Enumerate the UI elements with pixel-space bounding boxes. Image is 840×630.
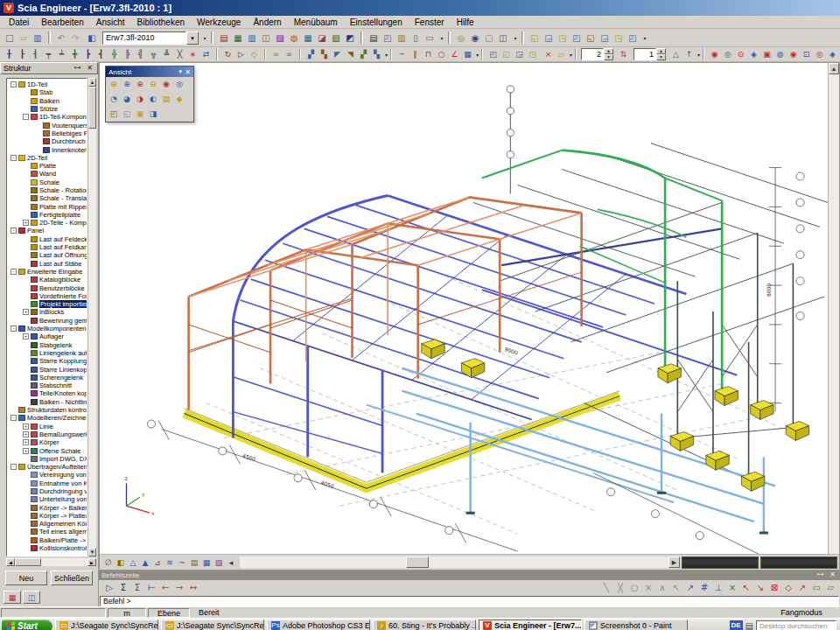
tree-expander-icon[interactable]: +	[23, 333, 29, 340]
tree-item[interactable]: Last auf Öffnungskant	[9, 251, 87, 259]
tree-item[interactable]: Last auf Stäbe	[9, 260, 87, 268]
tree-item[interactable]: Katalogblöcke	[9, 276, 87, 284]
rotate-tool-icon[interactable]: ◇	[248, 48, 261, 60]
command-input[interactable]: Befehl >	[100, 596, 839, 606]
tree-expander-icon[interactable]	[23, 488, 29, 494]
tree-expander-icon[interactable]	[23, 545, 29, 551]
print-tool-icon[interactable]: ▭	[423, 32, 437, 45]
zoom-tool-icon[interactable]: ◉	[160, 79, 172, 90]
tree-expander-icon[interactable]	[23, 252, 29, 258]
snap-mode-icon[interactable]: ↗	[683, 581, 697, 594]
selection-tool-icon[interactable]: Σ	[116, 581, 130, 594]
tree-item[interactable]: Platte	[9, 162, 87, 170]
tree-item[interactable]: Balken - Nichtlinearitä	[9, 398, 87, 406]
tree-item[interactable]: Schale	[9, 178, 87, 186]
snap-mode-icon[interactable]: ∧	[655, 581, 669, 594]
draw-tool-icon[interactable]: ○	[435, 48, 448, 60]
snap-mode-icon[interactable]: ⊠	[767, 581, 781, 594]
tree-item[interactable]: Beliebiges Profil	[9, 130, 87, 137]
spinner-up-icon[interactable]: ▲	[656, 48, 666, 54]
tree-expander-icon[interactable]	[23, 342, 29, 348]
tree-expander-icon[interactable]	[35, 138, 41, 144]
member-tool-icon[interactable]: ╳	[173, 48, 186, 60]
node-tool-icon[interactable]: ◉	[708, 48, 721, 60]
view-tool-icon[interactable]: ◕	[121, 94, 133, 105]
tree-expander-icon[interactable]	[23, 106, 29, 112]
snap-mode-icon[interactable]: ▱	[823, 581, 837, 594]
tree-item[interactable]: Import DWG, DXF, VR	[9, 455, 87, 463]
member-tool-icon[interactable]: ┣	[81, 48, 94, 60]
close-button[interactable]: Schließen	[51, 570, 93, 585]
tree-item[interactable]: Kollisionskontrolle vor	[9, 544, 87, 552]
tree-expander-icon[interactable]	[23, 236, 29, 242]
tree-item[interactable]: Last auf Feldecken	[9, 235, 87, 243]
tab-structure-icon[interactable]: ▦	[4, 591, 21, 604]
tree-item[interactable]: Vordefinierte Formen	[9, 292, 87, 300]
project-tool-icon[interactable]: ▦	[231, 32, 245, 45]
tree-item[interactable]: Körper -> Balken/Stüt	[9, 503, 87, 511]
menu-item[interactable]: Hilfe	[452, 17, 480, 28]
member-tool-icon[interactable]: ╦	[147, 48, 160, 60]
project-tool-icon[interactable]: ▥	[245, 32, 259, 45]
taskbar-task-button[interactable]: ◪ Screenshot 0 - Paint	[584, 620, 688, 630]
view-mode-icon[interactable]: △	[127, 556, 139, 569]
tree-item[interactable]: Benutzerblöcke	[9, 284, 87, 291]
layer-tool-icon[interactable]: ◰	[570, 32, 584, 45]
toolbar-overflow-icon[interactable]: ▾	[201, 35, 208, 41]
scroll-right-icon[interactable]: ▶	[668, 556, 680, 568]
print-tool-icon[interactable]: ▤	[367, 32, 381, 45]
view-mode-icon[interactable]: ≋	[164, 556, 176, 569]
start-button[interactable]: Start	[2, 620, 52, 630]
snap-mode-icon[interactable]: ○	[627, 581, 641, 594]
project-tool-icon[interactable]: ▤	[217, 32, 231, 45]
link-tool-icon[interactable]: ∞	[270, 48, 283, 60]
toolbar-overflow-icon[interactable]: ▾	[512, 35, 519, 41]
render-tool-icon[interactable]: ▣	[134, 108, 146, 120]
taskbar-task-button[interactable]: ▭ J:\Seagate Sync\SyncRe...	[55, 620, 158, 630]
snap-mode-icon[interactable]: ╲	[599, 581, 613, 594]
tree-expander-icon[interactable]: +	[23, 424, 29, 430]
tree-expander-icon[interactable]	[23, 261, 29, 267]
toolbar-overflow-icon[interactable]: ▾	[438, 35, 445, 41]
undo-redo-icon[interactable]: ↶	[54, 32, 68, 45]
tree-expander-icon[interactable]	[23, 472, 29, 478]
pin-icon[interactable]: ⊶	[816, 570, 825, 580]
menu-item[interactable]: Ansicht	[91, 17, 130, 28]
print-tool-icon[interactable]: ▥	[395, 32, 409, 45]
member-tool-icon[interactable]: ∗	[186, 48, 200, 60]
view-tool-icon[interactable]: ▤	[160, 94, 172, 105]
close-icon[interactable]: ✕	[85, 64, 94, 74]
menu-item[interactable]: Datei	[4, 17, 34, 28]
tree-expander-icon[interactable]	[23, 382, 29, 388]
view-mode-icon[interactable]: ◂	[225, 556, 237, 569]
project-tool-icon[interactable]: ▧	[329, 32, 343, 45]
toolbar-overflow-icon[interactable]: ▾	[570, 52, 572, 58]
layer-tool-icon[interactable]: ◱	[584, 32, 598, 45]
view-mode-icon[interactable]: ▦	[200, 556, 213, 569]
tree-expander-icon[interactable]: -	[23, 114, 29, 120]
canvas-horizontal-scrollbar[interactable]: ▶	[240, 556, 680, 568]
layer-tool-icon[interactable]: ◳	[556, 32, 570, 45]
toolbar-overflow-icon[interactable]: ▾	[476, 52, 479, 58]
mid-tool-icon[interactable]: ⇅	[617, 48, 630, 60]
tree-item[interactable]: + Linie	[9, 422, 87, 430]
tree-item[interactable]: + InBlocks	[9, 308, 87, 316]
close-icon[interactable]: ✕	[828, 570, 837, 580]
tree-expander-icon[interactable]: -	[10, 326, 17, 332]
window-tool-icon[interactable]: ◧	[85, 32, 99, 45]
zoom-tool-icon[interactable]: ⊕	[134, 79, 146, 90]
selection-tool-icon[interactable]: Σ	[130, 581, 144, 594]
tree-item[interactable]: + Bemaßungswerkzeug	[9, 430, 87, 438]
tree-expander-icon[interactable]	[23, 195, 29, 201]
link-tool-icon[interactable]: ∞	[283, 48, 296, 60]
minimized-view-window[interactable]	[682, 556, 759, 569]
tree-expander-icon[interactable]: -	[10, 228, 17, 234]
combobox-dropdown-icon[interactable]: ▼	[186, 32, 199, 45]
utility-tool-icon[interactable]: ▢	[482, 32, 496, 45]
snap-mode-icon[interactable]: ◇	[781, 581, 795, 594]
project-tool-icon[interactable]: ▨	[273, 32, 287, 45]
project-tool-icon[interactable]: ◪	[315, 32, 329, 45]
model-viewport[interactable]: Ansicht ▼ ✕ ⊕⊕⊕⊖◉◎ ◔◕◑◐▤◆ ◰◱▣◨	[100, 63, 828, 554]
utility-tool-icon[interactable]: ◫	[496, 32, 510, 45]
taskbar-task-button[interactable]: ▭ J:\Seagate Sync\SyncRe...	[161, 620, 264, 630]
